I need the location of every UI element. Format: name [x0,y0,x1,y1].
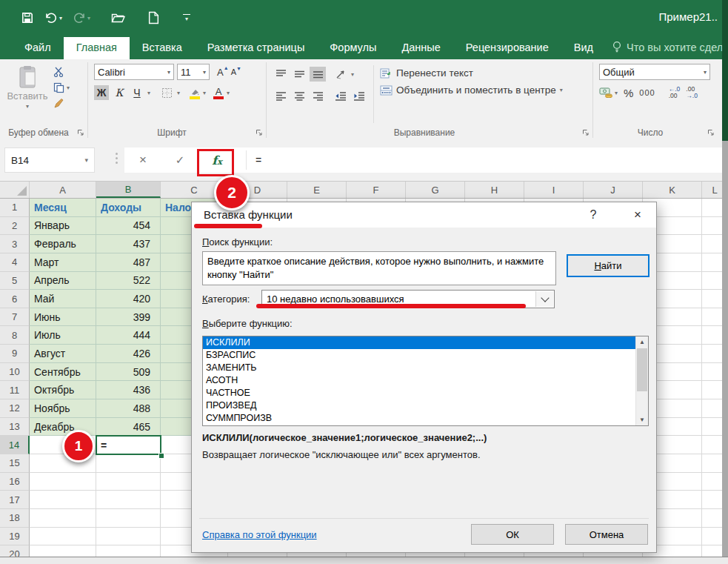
cell-A12[interactable]: Ноябрь [30,399,96,418]
tab-Формулы[interactable]: Формулы [317,37,389,59]
font-color-dropdown-icon[interactable]: ▾ [227,90,230,96]
cell-B12[interactable]: 488 [96,399,161,418]
tab-Вставка[interactable]: Вставка [130,37,195,59]
align-center-icon[interactable] [291,89,307,104]
function-item-ПРОИЗВЕД[interactable]: ПРОИЗВЕД [203,399,648,412]
open-folder-icon[interactable] [111,12,126,24]
borders-dropdown-icon[interactable]: ▾ [177,90,180,96]
decrease-decimal-button[interactable]: .00 →.0 [686,86,698,99]
align-right-icon[interactable] [310,89,326,104]
cell-B4[interactable]: 487 [96,253,161,272]
percent-style-button[interactable]: % [624,87,633,99]
row-header-2[interactable]: 2 [0,217,30,236]
function-item-АСОТН[interactable]: АСОТН [203,374,648,387]
increase-font-icon[interactable]: А▲ [217,67,228,78]
column-header-A[interactable]: A [30,182,96,198]
accounting-format-button[interactable]: ▾ [599,87,618,98]
cell-A19[interactable] [30,528,96,546]
scroll-up-icon[interactable]: ▲ [636,336,648,348]
copy-button[interactable]: ▾ [53,82,70,93]
cell-A11[interactable]: Октябрь [30,381,96,399]
merge-dropdown-icon[interactable]: ▾ [560,87,563,93]
number-dialog-launcher-icon[interactable] [707,129,715,136]
row-header-17[interactable]: 17 [0,491,30,509]
clipboard-dialog-launcher-icon[interactable] [77,129,84,136]
font-size-combo[interactable]: 11▾ [177,64,210,80]
chevron-down-icon[interactable] [535,291,553,307]
find-button[interactable]: Найти [567,254,649,277]
italic-button[interactable]: К [112,85,127,100]
search-function-input[interactable]: Введите краткое описание действия, котор… [202,251,556,285]
cell-A6[interactable]: Май [30,290,96,308]
cell-A8[interactable]: Июль [30,326,96,345]
row-header-11[interactable]: 11 [0,381,30,399]
align-middle-icon[interactable] [291,67,307,82]
row-header-18[interactable]: 18 [0,509,30,528]
function-item-БЗРАСПИС[interactable]: БЗРАСПИС [203,349,648,362]
column-header-I[interactable]: I [524,182,584,198]
fill-handle[interactable] [158,453,164,459]
column-header-B[interactable]: B [96,182,161,198]
row-header-6[interactable]: 6 [0,290,30,308]
cell-A1[interactable]: Месяц [30,199,96,217]
underline-button[interactable]: Ч [130,85,144,100]
paste-button[interactable]: Вставить ▾ [6,64,49,125]
redo-button[interactable]: ▾ [73,12,90,24]
function-item-ЧАСТНОЕ[interactable]: ЧАСТНОЕ [203,387,648,399]
cell-B13[interactable]: 465 [96,418,161,437]
merge-center-button[interactable]: Объединить и поместить в центре ▾ [380,84,563,96]
undo-button[interactable]: ▾ [44,12,62,24]
function-list[interactable]: ИСКЛИЛИБЗРАСПИСЗАМЕНИТЬАСОТНЧАСТНОЕПРОИЗ… [202,336,649,426]
tab-Рецензирование[interactable]: Рецензирование [453,37,561,59]
increase-decimal-button[interactable]: ←.0 .00 [669,86,681,99]
ok-button[interactable]: ОК [471,524,554,545]
orientation-icon[interactable] [333,67,349,82]
tab-Файл[interactable]: Файл [12,37,64,59]
row-header-10[interactable]: 10 [0,363,30,382]
tab-Главная[interactable]: Главная [64,37,130,59]
cell-A7[interactable]: Июнь [30,308,96,327]
active-cell-B14[interactable]: = [96,435,161,455]
fill-color-dropdown-icon[interactable]: ▾ [203,90,206,96]
font-name-combo[interactable]: Calibri▾ [94,64,174,80]
row-header-15[interactable]: 15 [0,454,30,473]
tab-Вид[interactable]: Вид [561,37,606,59]
cell-B3[interactable]: 437 [96,235,161,253]
bold-button[interactable]: Ж [94,85,109,100]
row-header-5[interactable]: 5 [0,272,30,291]
cell-B5[interactable]: 522 [96,272,161,291]
cell-B8[interactable]: 444 [96,326,161,345]
row-header-4[interactable]: 4 [0,253,30,272]
cell-A5[interactable]: Апрель [30,272,96,291]
cell-B2[interactable]: 454 [96,217,161,236]
decrease-font-icon[interactable]: А▼ [231,67,241,76]
name-box-dropdown-icon[interactable]: ▾ [84,156,88,164]
underline-dropdown-icon[interactable]: ▾ [147,90,150,96]
align-bottom-icon[interactable] [310,67,326,82]
cell-A18[interactable] [30,509,96,528]
undo-dropdown-icon[interactable]: ▾ [59,15,62,21]
function-item-СУММПРОИЗВ[interactable]: СУММПРОИЗВ [203,412,648,425]
column-header-K[interactable]: K [643,182,702,198]
font-dialog-launcher-icon[interactable] [256,129,263,136]
format-painter-button[interactable] [53,99,70,109]
tell-me-box[interactable]: Что вы хотите сдела [612,41,728,59]
row-header-12[interactable]: 12 [0,399,30,418]
tab-Данные[interactable]: Данные [389,37,453,59]
cell-B7[interactable]: 399 [96,308,161,327]
cell-B18[interactable] [96,509,161,528]
row-header-8[interactable]: 8 [0,326,30,345]
cut-button[interactable] [53,67,70,77]
column-header-H[interactable]: H [465,182,524,198]
cell-A2[interactable]: Январь [30,217,96,236]
scrollbar-thumb[interactable] [637,348,647,391]
scrollbar[interactable]: ▲ ▼ [635,336,648,425]
function-help-link[interactable]: Справка по этой функции [202,529,317,540]
borders-button[interactable] [159,85,174,100]
row-header-19[interactable]: 19 [0,528,30,546]
column-header-F[interactable]: F [347,182,406,198]
decrease-indent-icon[interactable] [333,89,349,104]
number-format-combo[interactable]: Общий▾ [599,64,710,80]
cell-A9[interactable]: Август [30,345,96,363]
save-icon[interactable] [21,11,34,24]
